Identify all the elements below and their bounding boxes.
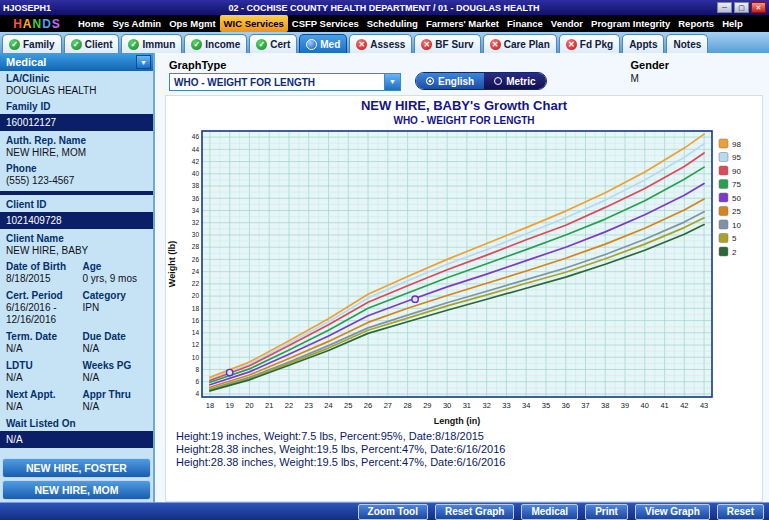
tab-label: Family — [23, 39, 55, 50]
x-tick-label: 32 — [482, 401, 490, 410]
menu-item-farmers-market[interactable]: Farmers' Market — [422, 15, 503, 32]
menu-item-home[interactable]: Home — [74, 15, 108, 32]
y-tick-label: 34 — [192, 207, 200, 214]
menu-item-wic-services[interactable]: WIC Services — [220, 15, 288, 32]
y-tick-label: 20 — [192, 292, 200, 299]
app-window: HJOSEPH1 02 - COCHISE COUNTY HEALTH DEPA… — [0, 0, 769, 520]
growth-chart-svg[interactable]: 1819202122232425262728293031323334353637… — [166, 127, 762, 427]
menubar: HANDS HomeSys AdminOps MgmtWIC ServicesC… — [0, 15, 769, 32]
data-point-marker[interactable] — [226, 369, 232, 375]
field-label: Next Appt. — [6, 389, 75, 401]
view-graph-button[interactable]: View Graph — [635, 504, 710, 520]
x-tick-label: 28 — [403, 401, 411, 410]
x-tick-label: 41 — [660, 401, 668, 410]
tab-label: Fd Pkg — [580, 39, 613, 50]
sidebar-field-age: Age0 yrs, 9 mos — [77, 261, 154, 288]
x-tick-label: 34 — [522, 401, 530, 410]
check-icon: ✓ — [9, 39, 20, 50]
graph-type-select[interactable]: WHO - WEIGHT FOR LENGTH ▼ — [169, 73, 401, 91]
graph-type-value: WHO - WEIGHT FOR LENGTH — [174, 77, 315, 88]
field-label: Phone — [6, 163, 147, 175]
field-label: Wait Listed On — [6, 418, 147, 430]
logo-letter: A — [23, 17, 33, 31]
legend-swatch-95 — [719, 153, 728, 162]
medical-button[interactable]: Medical — [521, 504, 578, 520]
reset-graph-button[interactable]: Reset Graph — [435, 504, 514, 520]
check-icon: ✓ — [191, 39, 202, 50]
menu-item-reports[interactable]: Reports — [674, 15, 718, 32]
menu-item-help[interactable]: Help — [718, 15, 747, 32]
client-button-new-hire-foster[interactable]: NEW HIRE, FOSTER — [2, 458, 151, 478]
check-icon: ✓ — [128, 39, 139, 50]
x-tick-label: 26 — [364, 401, 372, 410]
sidebar-field-pair: Date of Birth8/18/2015Age0 yrs, 9 mos — [0, 259, 153, 288]
growth-reading: Height:28.38 inches, Weight:19.5 lbs, Pe… — [176, 443, 762, 456]
tab-bar: ✓Family✓Client✓Immun✓Income✓CertMed✕Asse… — [0, 32, 769, 53]
field-label: Weeks PG — [83, 360, 152, 372]
menu-item-csfp-services[interactable]: CSFP Services — [288, 15, 363, 32]
field-label: LDTU — [6, 360, 75, 372]
hands-wic-logo: HANDS — [0, 15, 74, 32]
client-button-new-hire-mom[interactable]: NEW HIRE, MOM — [2, 480, 151, 500]
maximize-button[interactable]: ▢ — [734, 2, 749, 13]
field-value: 6/16/2016 - 12/16/2016 — [6, 302, 75, 329]
x-tick-label: 22 — [285, 401, 293, 410]
tab-label: BF Surv — [435, 39, 473, 50]
tab-label: Assess — [370, 39, 405, 50]
y-tick-label: 14 — [192, 329, 200, 336]
sidebar-field-pair: Term. DateN/ADue DateN/A — [0, 329, 153, 358]
x-icon: ✕ — [421, 39, 432, 50]
sidebar-section-label: Medical — [6, 56, 46, 68]
growth-reading: Height:28.38 inches, Weight:19.5 lbs, Pe… — [176, 456, 762, 469]
dropdown-arrow-icon[interactable]: ▼ — [384, 74, 400, 90]
zoom-tool-button[interactable]: Zoom Tool — [358, 504, 428, 520]
legend-label: 25 — [732, 207, 741, 216]
tab-family[interactable]: ✓Family — [2, 34, 62, 53]
menu-item-scheduling[interactable]: Scheduling — [363, 15, 422, 32]
tab-fd-pkg[interactable]: ✕Fd Pkg — [559, 34, 620, 53]
tab-label: Notes — [673, 39, 701, 50]
tab-notes[interactable]: Notes — [666, 34, 708, 53]
data-point-marker[interactable] — [412, 296, 418, 302]
tab-appts[interactable]: Appts — [622, 34, 664, 53]
graph-type-label: GraphType — [169, 59, 401, 71]
tab-cert[interactable]: ✓Cert — [249, 34, 297, 53]
sidebar-field-category: CategoryIPN — [77, 290, 154, 329]
minimize-button[interactable]: ─ — [717, 2, 732, 13]
tab-income[interactable]: ✓Income — [184, 34, 247, 53]
field-value: N/A — [6, 401, 75, 416]
sidebar-field-family-id: Family ID — [0, 99, 153, 113]
menu-item-finance[interactable]: Finance — [503, 15, 547, 32]
menu-item-vendor[interactable]: Vendor — [547, 15, 587, 32]
x-axis-title: Length (in) — [434, 416, 481, 426]
menu-item-program-integrity[interactable]: Program Integrity — [587, 15, 674, 32]
y-tick-label: 32 — [192, 219, 200, 226]
reset-button[interactable]: Reset — [717, 504, 764, 520]
tab-assess[interactable]: ✕Assess — [349, 34, 412, 53]
x-tick-label: 20 — [245, 401, 253, 410]
menu-item-ops-mgmt[interactable]: Ops Mgmt — [165, 15, 219, 32]
sidebar-field-auth-rep-name: Auth. Rep. NameNEW HIRE, MOM — [0, 133, 153, 161]
chevron-down-icon[interactable]: ▼ — [136, 55, 151, 69]
print-button[interactable]: Print — [585, 504, 628, 520]
sidebar-section-select[interactable]: Medical ▼ — [0, 53, 153, 71]
legend-label: 75 — [732, 180, 741, 189]
sidebar-field-next-appt: Next Appt.N/A — [0, 389, 77, 416]
tab-bf-surv[interactable]: ✕BF Surv — [414, 34, 480, 53]
tab-med[interactable]: Med — [299, 34, 347, 53]
sidebar-field-term-date: Term. DateN/A — [0, 331, 77, 358]
menu-item-sys-admin[interactable]: Sys Admin — [108, 15, 165, 32]
field-value: 0 yrs, 9 mos — [83, 273, 152, 288]
gender-label: Gender — [630, 59, 669, 71]
field-value: N/A — [83, 343, 152, 358]
tab-care-plan[interactable]: ✕Care Plan — [483, 34, 557, 53]
close-button[interactable]: ✕ — [751, 2, 766, 13]
sidebar-field-la-clinic: LA/ClinicDOUGLAS HEALTH — [0, 71, 153, 99]
sidebar-fields: LA/ClinicDOUGLAS HEALTHFamily ID16001212… — [0, 71, 153, 450]
unit-metric-option[interactable]: Metric — [484, 73, 545, 89]
tab-label: Care Plan — [504, 39, 550, 50]
unit-english-option[interactable]: English — [416, 73, 484, 89]
check-icon: ✓ — [71, 39, 82, 50]
tab-client[interactable]: ✓Client — [64, 34, 120, 53]
tab-immun[interactable]: ✓Immun — [121, 34, 182, 53]
